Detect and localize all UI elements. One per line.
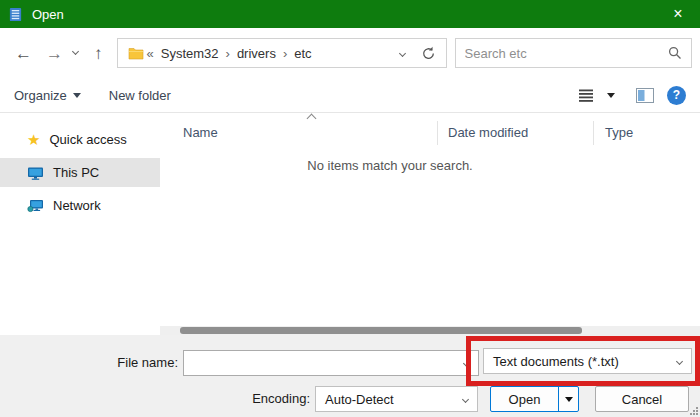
title-bar: Open × — [0, 0, 700, 28]
organize-button[interactable]: Organize — [14, 88, 81, 103]
notepad-icon — [8, 7, 23, 22]
breadcrumb-separator: › — [283, 46, 287, 61]
breadcrumb-segment-drivers[interactable]: drivers — [237, 46, 276, 61]
organize-caret-icon — [73, 93, 81, 98]
open-dropdown-button[interactable] — [558, 387, 578, 411]
encoding-combobox[interactable]: Auto-Detect — [315, 386, 478, 412]
cancel-button[interactable]: Cancel — [595, 386, 689, 412]
refresh-icon[interactable] — [421, 46, 436, 61]
folder-icon — [128, 46, 144, 60]
horizontal-scrollbar[interactable] — [160, 326, 700, 335]
navigation-pane: ★ Quick access This PC — [0, 113, 160, 335]
cancel-button-label: Cancel — [622, 392, 662, 407]
sidebar-item-label: This PC — [53, 165, 99, 180]
help-button[interactable]: ? — [667, 86, 686, 105]
file-name-label: File name: — [0, 350, 178, 376]
back-button[interactable]: ← — [15, 45, 32, 62]
close-icon: × — [673, 5, 682, 23]
star-icon: ★ — [27, 132, 40, 147]
search-input[interactable] — [465, 46, 669, 61]
sidebar-item-network[interactable]: Network — [0, 191, 160, 220]
column-headers: Name Date modified Type — [160, 121, 700, 145]
up-icon: ↑ — [94, 44, 103, 63]
breadcrumb-segment-etc[interactable]: etc — [294, 46, 311, 61]
sidebar-item-quick-access[interactable]: ★ Quick access — [0, 125, 160, 154]
search-icon[interactable] — [668, 46, 682, 60]
column-header-type[interactable]: Type — [593, 121, 700, 145]
view-caret-icon[interactable] — [607, 93, 615, 98]
sidebar-item-label: Quick access — [49, 132, 126, 147]
network-icon — [27, 198, 44, 214]
file-name-combobox[interactable] — [183, 350, 479, 376]
open-dialog: Open × ← → ↑ « System32 › drivers › etc — [0, 0, 700, 417]
preview-pane-icon[interactable] — [636, 88, 654, 103]
forward-icon: → — [46, 44, 63, 63]
address-chevron-icon[interactable] — [398, 49, 405, 56]
encoding-chevron-icon — [462, 395, 469, 402]
up-button[interactable]: ↑ — [94, 45, 103, 62]
file-name-input[interactable] — [193, 356, 464, 371]
file-list: Name Date modified Type No items match y… — [160, 113, 700, 335]
back-icon: ← — [15, 44, 32, 63]
column-header-name[interactable]: Name — [160, 121, 437, 145]
navigation-bar: ← → ↑ « System32 › drivers › etc — [0, 28, 700, 78]
scrollbar-thumb[interactable] — [180, 327, 582, 334]
open-button-label: Open — [491, 392, 558, 407]
history-chevron-icon[interactable] — [72, 48, 79, 55]
sidebar-item-label: Network — [53, 198, 101, 213]
new-folder-button[interactable]: New folder — [109, 88, 171, 103]
new-folder-label: New folder — [109, 88, 171, 103]
footer-panel: File name: Text documents (*.txt) Encodi… — [0, 335, 700, 417]
search-box — [455, 38, 693, 68]
encoding-value: Auto-Detect — [325, 392, 394, 407]
content-area: ★ Quick access This PC — [0, 113, 700, 335]
address-bar[interactable]: « System32 › drivers › etc — [117, 38, 447, 68]
file-type-combobox[interactable]: Text documents (*.txt) — [483, 348, 692, 374]
empty-message: No items match your search. — [307, 158, 472, 173]
breadcrumb-segment-system32[interactable]: System32 — [161, 46, 219, 61]
column-header-date-modified[interactable]: Date modified — [437, 121, 593, 145]
encoding-label: Encoding: — [180, 386, 310, 412]
details-view-icon[interactable] — [578, 89, 594, 102]
help-icon: ? — [673, 88, 680, 102]
file-type-value: Text documents (*.txt) — [493, 354, 619, 369]
forward-button[interactable]: → — [46, 45, 63, 62]
sidebar-item-this-pc[interactable]: This PC — [0, 158, 160, 187]
window-title: Open — [32, 7, 64, 22]
file-name-chevron-icon — [463, 359, 470, 366]
breadcrumb-overflow[interactable]: « — [147, 46, 154, 61]
dropdown-arrow-icon — [565, 397, 573, 402]
resize-grip[interactable] — [689, 406, 698, 415]
close-button[interactable]: × — [656, 0, 700, 28]
file-type-chevron-icon — [676, 357, 683, 364]
organize-label: Organize — [14, 88, 67, 103]
open-button[interactable]: Open — [490, 386, 579, 412]
breadcrumb-separator: › — [226, 46, 230, 61]
monitor-icon — [27, 165, 44, 181]
command-toolbar: Organize New folder ? — [0, 78, 700, 113]
